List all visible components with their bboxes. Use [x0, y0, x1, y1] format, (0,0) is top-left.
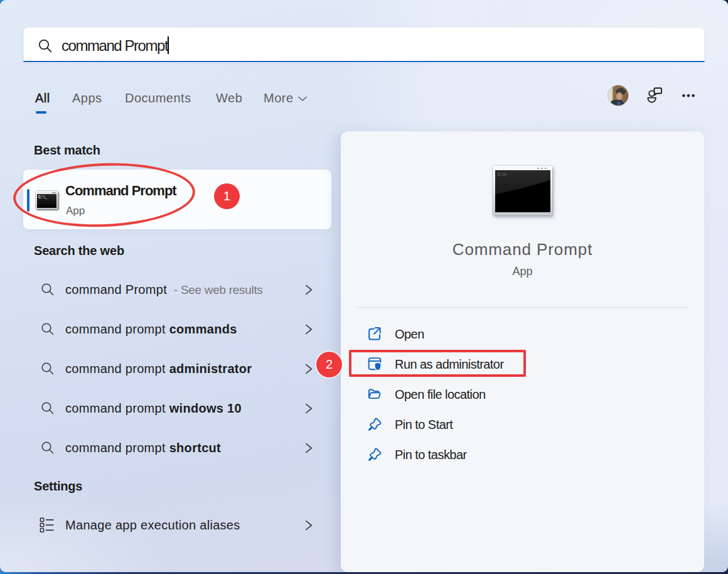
svg-text:C:\>: C:\> [498, 173, 506, 177]
